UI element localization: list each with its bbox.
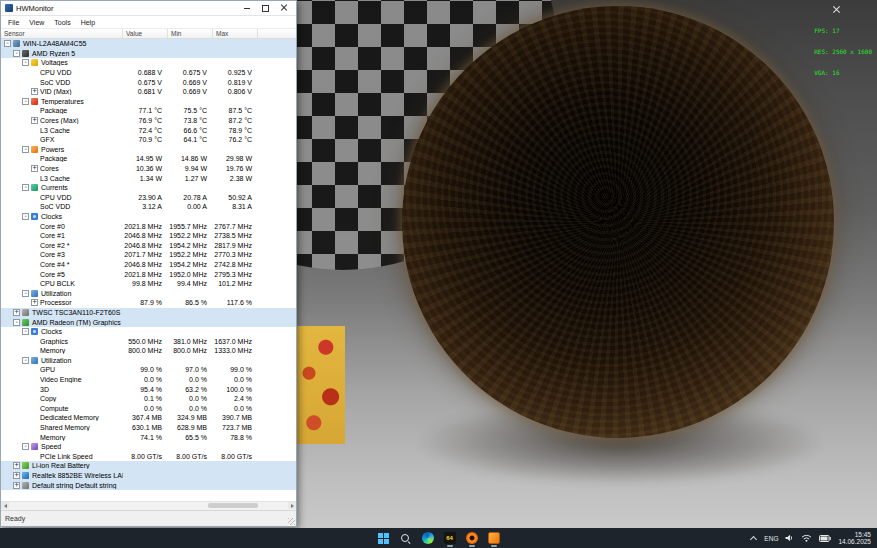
expand-toggle-icon[interactable]: + xyxy=(13,472,20,479)
column-header-max[interactable]: Max xyxy=(213,29,258,38)
sensor-row[interactable]: +Processor87.9 %86.5 %117.6 % xyxy=(1,298,296,308)
sensor-row[interactable]: -Utilization xyxy=(1,288,296,298)
sensor-row[interactable]: -WIN-L2A48AM4C55 xyxy=(1,39,296,49)
sensor-row[interactable]: Memory74.1 %65.5 %78.8 % xyxy=(1,432,296,442)
sensor-row[interactable]: Shared Memory630.1 MB628.9 MB723.7 MB xyxy=(1,423,296,433)
sensor-row[interactable]: PCIe Link Speed8.00 GT/s8.00 GT/s8.00 GT… xyxy=(1,452,296,462)
collapse-toggle-icon[interactable]: - xyxy=(4,40,11,47)
expand-toggle-icon[interactable]: + xyxy=(31,88,38,95)
sensor-row[interactable]: Video Engine0.0 %0.0 %0.0 % xyxy=(1,375,296,385)
taskbar-clock[interactable]: 15:45 14.06.2025 xyxy=(838,531,871,546)
sensor-row[interactable]: -Currents xyxy=(1,183,296,193)
furmark-button[interactable] xyxy=(461,529,482,547)
column-header-value[interactable]: Value xyxy=(123,29,168,38)
horizontal-scrollbar[interactable] xyxy=(1,501,296,510)
sensor-row[interactable]: -AMD Ryzen 5 xyxy=(1,49,296,59)
sensor-row[interactable]: +Realtek 8852BE Wireless LAN Wi... xyxy=(1,471,296,481)
sensor-row[interactable]: -AMD Radeon (TM) Graphics xyxy=(1,317,296,327)
sensor-row[interactable]: GPU99.0 %97.0 %99.0 % xyxy=(1,365,296,375)
collapse-toggle-icon[interactable]: - xyxy=(22,146,29,153)
scroll-right-arrow-icon[interactable] xyxy=(288,502,296,509)
language-indicator[interactable]: ENG xyxy=(764,535,778,542)
sensor-row[interactable]: Package14.95 W14.86 W29.98 W xyxy=(1,154,296,164)
sensor-row[interactable]: Package77.1 °C75.5 °C87.5 °C xyxy=(1,106,296,116)
collapse-toggle-icon[interactable]: - xyxy=(13,319,20,326)
column-header-min[interactable]: Min xyxy=(168,29,213,38)
tray-overflow-chevron-icon[interactable] xyxy=(750,535,757,542)
sensor-row[interactable]: +TWSC TSC3AN110-F2T60S xyxy=(1,308,296,318)
sensor-row[interactable]: Graphics550.0 MHz381.0 MHz1637.0 MHz xyxy=(1,336,296,346)
collapse-toggle-icon[interactable]: - xyxy=(22,59,29,66)
sensor-row[interactable]: -Speed xyxy=(1,442,296,452)
sensor-row[interactable]: -Utilization xyxy=(1,356,296,366)
sensor-row[interactable]: Core #2 *2046.8 MHz1954.2 MHz2817.9 MHz xyxy=(1,240,296,250)
sensor-row[interactable]: +Default string Default string xyxy=(1,480,296,490)
title-bar[interactable]: HWMonitor xyxy=(1,1,296,16)
sensor-row[interactable]: SoC VDD3.12 A0.00 A8.31 A xyxy=(1,202,296,212)
sensor-row[interactable]: Core #02021.8 MHz1955.7 MHz2767.7 MHz xyxy=(1,221,296,231)
sensor-row[interactable]: Core #4 *2046.8 MHz1954.2 MHz2742.8 MHz xyxy=(1,260,296,270)
sensor-row[interactable]: CPU VDD0.688 V0.675 V0.925 V xyxy=(1,68,296,78)
collapse-toggle-icon[interactable]: - xyxy=(13,50,20,57)
sensor-row[interactable]: SoC VDD0.675 V0.669 V0.819 V xyxy=(1,77,296,87)
sensor-row[interactable]: CPU BCLK99.8 MHz99.4 MHz101.2 MHz xyxy=(1,279,296,289)
sensor-row[interactable]: -Clocks xyxy=(1,327,296,337)
menu-file[interactable]: File xyxy=(3,19,24,26)
resize-grip[interactable] xyxy=(288,518,295,525)
expand-toggle-icon[interactable]: + xyxy=(13,482,20,489)
sensor-row[interactable]: CPU VDD23.90 A20.78 A50.92 A xyxy=(1,193,296,203)
collapse-toggle-icon[interactable]: - xyxy=(22,443,29,450)
maximize-button[interactable] xyxy=(256,2,275,14)
furmark64-button[interactable]: 64 xyxy=(439,529,460,547)
collapse-toggle-icon[interactable]: - xyxy=(22,328,29,335)
expand-toggle-icon[interactable]: + xyxy=(31,165,38,172)
collapse-toggle-icon[interactable]: - xyxy=(22,98,29,105)
collapse-toggle-icon[interactable]: - xyxy=(22,357,29,364)
sensor-row[interactable]: L3 Cache72.4 °C66.6 °C78.9 °C xyxy=(1,125,296,135)
sensor-row[interactable]: GFX70.9 °C64.1 °C76.2 °C xyxy=(1,135,296,145)
sensor-row[interactable]: +Cores (Max)76.9 °C73.8 °C87.2 °C xyxy=(1,116,296,126)
sensor-row[interactable]: Core #32071.7 MHz1952.2 MHz2770.3 MHz xyxy=(1,250,296,260)
start-button[interactable] xyxy=(373,529,394,547)
sensor-row[interactable]: 3D95.4 %63.2 %100.0 % xyxy=(1,384,296,394)
sensor-row[interactable]: +Cores10.36 W9.94 W19.76 W xyxy=(1,164,296,174)
sensor-label: L3 Cache xyxy=(40,175,70,182)
close-icon[interactable] xyxy=(832,5,841,14)
hwmonitor-button[interactable] xyxy=(483,529,504,547)
sensor-row[interactable]: Copy0.1 %0.0 %2.4 % xyxy=(1,394,296,404)
battery-icon[interactable] xyxy=(819,535,831,542)
menu-view[interactable]: View xyxy=(24,19,49,26)
expand-toggle-icon[interactable]: + xyxy=(13,309,20,316)
sensor-row[interactable]: L3 Cache1.34 W1.27 W2.38 W xyxy=(1,173,296,183)
sensor-row[interactable]: Dedicated Memory367.4 MB324.9 MB390.7 MB xyxy=(1,413,296,423)
sensor-row[interactable]: -Powers xyxy=(1,145,296,155)
expand-toggle-icon[interactable]: + xyxy=(13,462,20,469)
collapse-toggle-icon[interactable]: - xyxy=(22,290,29,297)
sensor-row[interactable]: -Temperatures xyxy=(1,97,296,107)
sensor-value: 72.4 °C xyxy=(123,127,168,134)
sensor-label: Core #4 * xyxy=(40,261,70,268)
scroll-left-arrow-icon[interactable] xyxy=(1,502,9,509)
column-header-sensor[interactable]: Sensor xyxy=(1,29,123,38)
sensor-row[interactable]: Memory800.0 MHz800.0 MHz1333.0 MHz xyxy=(1,346,296,356)
edge-button[interactable] xyxy=(417,529,438,547)
sensor-row[interactable]: +VID (Max)0.681 V0.669 V0.806 V xyxy=(1,87,296,97)
wifi-icon[interactable] xyxy=(801,534,812,542)
scrollbar-thumb[interactable] xyxy=(208,503,258,508)
sensor-row[interactable]: Core #12046.8 MHz1952.2 MHz2738.5 MHz xyxy=(1,231,296,241)
volume-icon[interactable] xyxy=(785,534,794,542)
sensor-row[interactable]: +Li-ion Real Battery xyxy=(1,461,296,471)
sensor-row[interactable]: Compute0.0 %0.0 %0.0 % xyxy=(1,404,296,414)
sensor-row[interactable]: -Clocks xyxy=(1,212,296,222)
menu-tools[interactable]: Tools xyxy=(49,19,75,26)
collapse-toggle-icon[interactable]: - xyxy=(22,213,29,220)
menu-help[interactable]: Help xyxy=(76,19,100,26)
expand-toggle-icon[interactable]: + xyxy=(31,299,38,306)
close-button[interactable] xyxy=(275,2,294,14)
minimize-button[interactable] xyxy=(237,2,256,14)
sensor-row[interactable]: Core #52021.8 MHz1952.0 MHz2795.3 MHz xyxy=(1,269,296,279)
sensor-row[interactable]: -Voltages xyxy=(1,58,296,68)
collapse-toggle-icon[interactable]: - xyxy=(22,184,29,191)
expand-toggle-icon[interactable]: + xyxy=(31,117,38,124)
search-button[interactable] xyxy=(395,529,416,547)
